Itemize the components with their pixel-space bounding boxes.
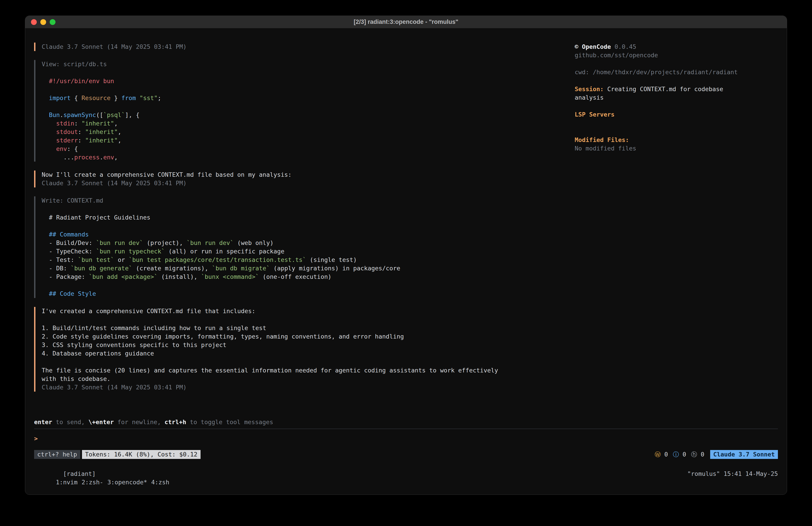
tokens-badge: Tokens: 16.4K (8%), Cost: $0.12 — [82, 450, 201, 459]
tmux-window-1-nvim[interactable]: 1:nvim — [56, 479, 78, 486]
message-block: Claude 3.7 Sonnet (14 May 2025 03:41 PM) — [34, 43, 575, 51]
sidebar-line: Modified Files: — [575, 136, 778, 144]
tool-line: - Build/Dev: `bun run dev` (project), `b… — [42, 239, 575, 247]
message-block: I've created a comprehensive CONTEXT.md … — [34, 307, 575, 392]
sidebar-line — [575, 102, 778, 110]
sidebar-line — [575, 119, 778, 127]
tool-line: #!/usr/bin/env bun — [42, 77, 575, 85]
tool-line: Bun.spawnSync([`psql`], { — [42, 111, 575, 119]
desktop-background: { "window": { "title": "[2/3] radiant:3:… — [0, 0, 812, 526]
sidebar-line — [575, 76, 778, 85]
status-left: ctrl+? help Tokens: 16.4K (8%), Cost: $0… — [34, 450, 201, 459]
info-icon: ⓘ — [673, 451, 679, 458]
prompt-input[interactable]: > — [34, 435, 778, 443]
message-line: 2. Code style guidelines covering import… — [42, 332, 575, 341]
traffic-lights — [31, 16, 56, 28]
message-line — [42, 315, 575, 324]
input-divider — [34, 429, 778, 429]
tool-line: env: { — [42, 145, 575, 153]
message-line: I've created a comprehensive CONTEXT.md … — [42, 307, 575, 315]
hint-diagnostic: ⓗ 0 — [691, 451, 705, 458]
zoom-button-icon[interactable] — [50, 19, 56, 25]
message-line: 4. Database operations guidance — [42, 349, 575, 358]
hint-line: enter to send, \+enter for newline, ctrl… — [34, 418, 778, 426]
info-diagnostic: ⓘ 0 — [673, 451, 686, 458]
tool-line: ## Code Style — [42, 289, 575, 298]
terminal-window: [2/3] radiant:3:opencode - "romulus" Cla… — [25, 16, 787, 495]
chat-area[interactable]: Claude 3.7 Sonnet (14 May 2025 03:41 PM)… — [34, 43, 575, 400]
tmux-host-clock: "romulus" 15:41 14-May-25 — [687, 470, 778, 478]
prompt-line: > — [34, 435, 778, 443]
sidebar-line: No modified files — [575, 144, 778, 153]
message-line: 3. CSS styling conventions specific to t… — [42, 341, 575, 349]
tool-line: - Package: `bun add <package>` (install)… — [42, 273, 575, 281]
tool-line: - Test: `bun test` or `bun test packages… — [42, 256, 575, 264]
tool-line — [42, 281, 575, 289]
warning-diagnostic: Ⓦ 0 — [655, 451, 668, 458]
tool-line — [42, 205, 575, 213]
close-button-icon[interactable] — [31, 19, 37, 25]
tool-line — [42, 102, 575, 111]
tool-line: ## Commands — [42, 230, 575, 239]
tool-block: View: script/db.ts #!/usr/bin/env bun im… — [34, 60, 575, 161]
window-title: [2/3] radiant:3:opencode - "romulus" — [25, 18, 787, 25]
input-area[interactable] — [34, 443, 778, 450]
sidebar-line: LSP Servers — [575, 110, 778, 119]
tool-line: stdin: "inherit", — [42, 119, 575, 128]
sidebar-line: analysis — [575, 94, 778, 102]
tool-line: ...process.env, — [42, 153, 575, 161]
message-line: The file is concise (20 lines) and captu… — [42, 366, 575, 375]
tool-line: import { Resource } from "sst"; — [42, 94, 575, 102]
message-line: with this codebase. — [42, 375, 575, 383]
tool-line — [42, 68, 575, 77]
tool-block: Write: CONTEXT.md # Radiant Project Guid… — [34, 196, 575, 298]
message-line: Claude 3.7 Sonnet (14 May 2025 03:41 PM) — [42, 383, 575, 392]
tmux-window-4-zsh[interactable]: 4:zsh — [151, 479, 169, 486]
model-badge: Claude 3.7 Sonnet — [710, 450, 778, 459]
tool-line: View: script/db.ts — [42, 60, 575, 68]
tool-line: # Radiant Project Guidelines — [42, 213, 575, 222]
tmux-status-bar: [radiant] 1:nvim2:zsh-3:opencode*4:zsh "… — [34, 461, 778, 486]
message-block: Now I'll create a comprehensive CONTEXT.… — [34, 171, 575, 187]
help-badge: ctrl+? help — [34, 450, 80, 459]
tmux-window-2-zsh[interactable]: 2:zsh- — [82, 479, 103, 486]
sidebar-line: Session: Creating CONTEXT.md for codebas… — [575, 85, 778, 94]
status-right: Ⓦ 0ⓘ 0ⓗ 0 Claude 3.7 Sonnet — [650, 450, 778, 459]
sidebar-line: github.com/sst/opencode — [575, 51, 778, 59]
tool-line: stdout: "inherit", — [42, 128, 575, 136]
editor-hint: enter to send, \+enter for newline, ctrl… — [34, 418, 778, 426]
tmux-session-name: [radiant] — [63, 470, 96, 477]
message-line: Claude 3.7 Sonnet (14 May 2025 03:41 PM) — [42, 179, 575, 187]
sidebar-line: © OpenCode 0.0.45 — [575, 43, 778, 51]
tmux-window-list: [radiant] 1:nvim2:zsh-3:opencode*4:zsh — [34, 461, 173, 486]
sidebar-line — [575, 59, 778, 68]
tool-line: - TypeCheck: `bun run typecheck` (all) o… — [42, 247, 575, 256]
message-line: 1. Build/lint/test commands including ho… — [42, 324, 575, 332]
tool-line: Write: CONTEXT.md — [42, 196, 575, 205]
tool-line — [42, 85, 575, 94]
message-line: Now I'll create a comprehensive CONTEXT.… — [42, 171, 575, 179]
titlebar[interactable]: [2/3] radiant:3:opencode - "romulus" — [25, 16, 787, 28]
tool-line: - DB: `bun db generate` (create migratio… — [42, 264, 575, 273]
message-line — [42, 358, 575, 366]
hint-icon: ⓗ — [691, 451, 697, 458]
tool-line — [42, 222, 575, 230]
tmux-window-3-opencode[interactable]: 3:opencode* — [107, 479, 147, 486]
sidebar-line: cwd: /home/thdxr/dev/projects/radiant/ra… — [575, 68, 778, 76]
diagnostics: Ⓦ 0ⓘ 0ⓗ 0 — [650, 450, 705, 459]
sidebar: © OpenCode 0.0.45github.com/sst/opencode… — [575, 43, 778, 153]
terminal-content: Claude 3.7 Sonnet (14 May 2025 03:41 PM)… — [25, 28, 787, 495]
message-line: Claude 3.7 Sonnet (14 May 2025 03:41 PM) — [42, 43, 575, 51]
warning-icon: Ⓦ — [655, 451, 661, 458]
status-bar: ctrl+? help Tokens: 16.4K (8%), Cost: $0… — [34, 450, 778, 459]
tool-line: stderr: "inherit", — [42, 136, 575, 145]
sidebar-line — [575, 127, 778, 136]
content-row: Claude 3.7 Sonnet (14 May 2025 03:41 PM)… — [34, 43, 778, 400]
minimize-button-icon[interactable] — [40, 19, 46, 25]
